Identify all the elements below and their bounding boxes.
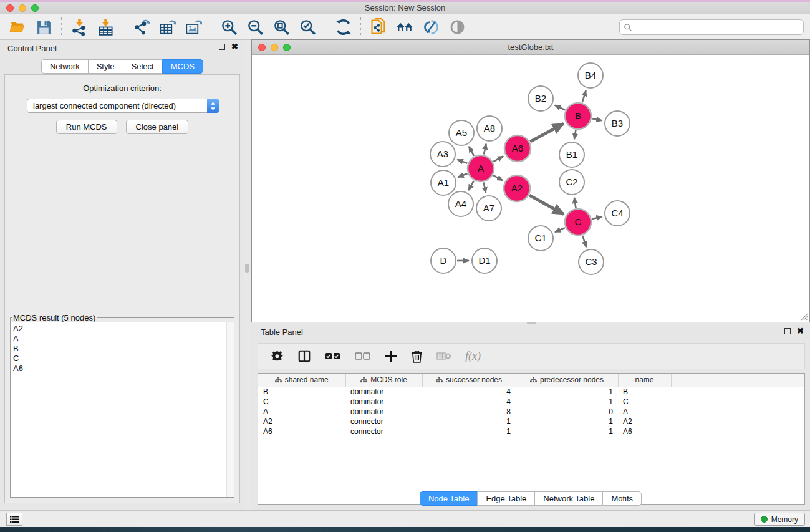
table-row-A2[interactable]: A2connector11A2 bbox=[258, 417, 804, 427]
import-table-icon[interactable] bbox=[97, 18, 114, 36]
export-network-icon[interactable] bbox=[132, 18, 150, 36]
table-row-A6[interactable]: A6connector11A6 bbox=[258, 427, 804, 437]
network-node-B[interactable]: B bbox=[565, 103, 591, 129]
zoom-out-icon[interactable] bbox=[246, 18, 264, 36]
network-node-C[interactable]: C bbox=[565, 209, 591, 235]
mcds-result-item[interactable]: A6 bbox=[13, 364, 234, 374]
cell[interactable]: C bbox=[258, 397, 345, 407]
network-edge-A6-B[interactable] bbox=[530, 123, 564, 142]
tab-network-table[interactable]: Network Table bbox=[534, 491, 602, 506]
network-edge-A-A3[interactable] bbox=[457, 160, 467, 163]
network-edge-A2-C[interactable] bbox=[529, 195, 564, 214]
cell[interactable]: 1 bbox=[516, 427, 618, 437]
tab-style[interactable]: Style bbox=[88, 59, 123, 74]
network-node-D[interactable]: D bbox=[431, 248, 456, 273]
network-edge-A-A7[interactable] bbox=[484, 183, 486, 193]
table-row-A[interactable]: Adominator80A bbox=[258, 407, 804, 417]
cell[interactable]: A2 bbox=[618, 417, 671, 427]
network-node-C2[interactable]: C2 bbox=[559, 170, 584, 195]
network-node-A6[interactable]: A6 bbox=[504, 135, 531, 162]
task-history-button[interactable] bbox=[6, 513, 22, 526]
mcds-result-item[interactable]: A bbox=[13, 334, 234, 344]
network-node-C1[interactable]: C1 bbox=[528, 226, 553, 251]
network-node-C3[interactable]: C3 bbox=[579, 249, 604, 274]
cell[interactable]: dominator bbox=[345, 397, 422, 407]
network-edge-C-C4[interactable] bbox=[592, 216, 602, 219]
search-input[interactable] bbox=[632, 23, 803, 32]
mcds-result-item[interactable]: B bbox=[13, 344, 234, 354]
network-edge-A-A5[interactable] bbox=[469, 147, 474, 156]
cell[interactable]: dominator bbox=[345, 407, 422, 417]
cell[interactable]: B bbox=[618, 387, 671, 397]
cell[interactable]: 4 bbox=[422, 397, 516, 407]
network-edge-C-C2[interactable] bbox=[574, 198, 576, 208]
column-header-predecessor-nodes[interactable]: predecessor nodes bbox=[516, 374, 618, 387]
cell[interactable]: A bbox=[258, 407, 345, 417]
network-node-B1[interactable]: B1 bbox=[559, 142, 584, 167]
table-row-B[interactable]: Bdominator41B bbox=[258, 387, 804, 397]
home-fit-icon[interactable] bbox=[396, 18, 413, 36]
network-node-A2[interactable]: A2 bbox=[504, 175, 530, 201]
cell[interactable]: C bbox=[618, 397, 671, 407]
network-edge-C-C3[interactable] bbox=[582, 236, 586, 247]
float-table-panel-icon[interactable] bbox=[784, 328, 791, 334]
mcds-result-list[interactable]: A2ABCA6 bbox=[11, 322, 234, 374]
column-header-shared-name[interactable]: shared name bbox=[258, 374, 345, 387]
open-file-icon[interactable] bbox=[9, 18, 26, 36]
cell[interactable]: 1 bbox=[422, 417, 516, 427]
network-edge-A-A4[interactable] bbox=[468, 181, 474, 190]
network-node-A3[interactable]: A3 bbox=[430, 142, 455, 167]
column-header-mcds-role[interactable]: MCDS role bbox=[345, 374, 422, 387]
network-edge-B-B1[interactable] bbox=[574, 130, 576, 140]
cell[interactable]: A6 bbox=[258, 427, 345, 437]
hide-panel-icon[interactable] bbox=[422, 18, 440, 36]
network-canvas[interactable]: B4B2BB3A8A5A6A3B1AA1C2A2A4A7C4CC1C3DD1 bbox=[252, 55, 809, 322]
tab-edge-table[interactable]: Edge Table bbox=[477, 491, 534, 506]
add-row-icon[interactable] bbox=[385, 350, 397, 362]
resize-grip-icon[interactable] bbox=[799, 312, 808, 321]
zoom-fit-icon[interactable] bbox=[272, 18, 290, 36]
refresh-icon[interactable] bbox=[334, 18, 352, 36]
cell[interactable]: dominator bbox=[345, 387, 422, 397]
network-node-A4[interactable]: A4 bbox=[448, 191, 473, 216]
network-node-D1[interactable]: D1 bbox=[472, 248, 497, 273]
zoom-selected-icon[interactable] bbox=[299, 18, 316, 36]
network-edge-A-A8[interactable] bbox=[484, 143, 486, 154]
zoom-in-icon[interactable] bbox=[220, 18, 238, 36]
network-edge-B-B4[interactable] bbox=[582, 90, 586, 102]
network-node-A1[interactable]: A1 bbox=[431, 170, 456, 195]
network-edge-A-A2[interactable] bbox=[493, 175, 503, 180]
tab-select[interactable]: Select bbox=[123, 59, 162, 74]
tab-motifs[interactable]: Motifs bbox=[602, 491, 642, 506]
cell[interactable]: connector bbox=[345, 417, 422, 427]
deselect-all-icon[interactable] bbox=[355, 352, 371, 360]
network-node-A7[interactable]: A7 bbox=[476, 196, 501, 221]
cell[interactable]: 1 bbox=[422, 427, 516, 437]
network-node-B3[interactable]: B3 bbox=[605, 111, 630, 136]
float-panel-icon[interactable] bbox=[219, 44, 225, 50]
optimization-criterion-dropdown[interactable]: largest connected component (directed) bbox=[27, 99, 219, 113]
close-table-panel-icon[interactable]: ✖ bbox=[797, 328, 804, 334]
split-handle-vertical[interactable] bbox=[245, 264, 249, 273]
network-node-C4[interactable]: C4 bbox=[605, 201, 630, 226]
mcds-result-scrollbar[interactable] bbox=[226, 322, 234, 497]
memory-status-button[interactable]: Memory bbox=[754, 513, 805, 526]
network-node-A5[interactable]: A5 bbox=[449, 120, 474, 145]
cell[interactable]: A bbox=[618, 407, 671, 417]
network-edge-A-A1[interactable] bbox=[458, 173, 467, 177]
main-titlebar[interactable]: Session: New Session bbox=[0, 2, 810, 14]
mcds-result-item[interactable]: C bbox=[13, 354, 234, 364]
close-panel-icon[interactable]: ✖ bbox=[231, 44, 238, 50]
run-mcds-button[interactable]: Run MCDS bbox=[56, 120, 117, 134]
cell[interactable]: 8 bbox=[422, 407, 516, 417]
network-node-A8[interactable]: A8 bbox=[477, 116, 502, 141]
network-edge-B-B3[interactable] bbox=[592, 118, 602, 120]
network-node-A[interactable]: A bbox=[468, 155, 494, 181]
cell[interactable]: A6 bbox=[618, 427, 671, 437]
network-node-B4[interactable]: B4 bbox=[578, 63, 603, 88]
close-panel-button[interactable]: Close panel bbox=[126, 120, 189, 134]
cell[interactable]: 0 bbox=[516, 407, 618, 417]
cell[interactable]: A2 bbox=[258, 417, 345, 427]
save-session-icon[interactable] bbox=[35, 18, 52, 36]
network-edge-B-B2[interactable] bbox=[555, 105, 566, 110]
